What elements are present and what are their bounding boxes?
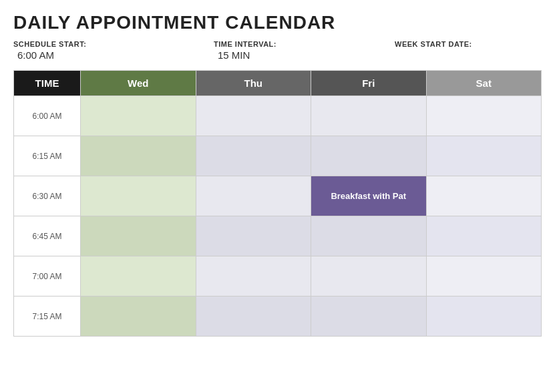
slot-fri[interactable] — [311, 136, 427, 176]
table-row: 6:00 AM — [14, 96, 542, 136]
time-interval-block: TIME INTERVAL: 15 MIN — [214, 40, 361, 61]
table-row: 6:30 AMBreakfast with Pat — [14, 176, 542, 216]
schedule-start-label: SCHEDULE START: — [13, 40, 160, 48]
slot-sat[interactable] — [426, 96, 542, 136]
slot-thu[interactable] — [196, 256, 311, 297]
table-row: 7:00 AM — [14, 256, 542, 297]
slot-thu[interactable] — [196, 297, 311, 337]
meta-row: SCHEDULE START: 6:00 AM TIME INTERVAL: 1… — [13, 40, 542, 61]
slot-sat[interactable] — [426, 176, 542, 216]
table-row: 6:45 AM — [14, 216, 542, 256]
slot-wed[interactable] — [81, 216, 196, 256]
slot-wed[interactable] — [81, 136, 196, 176]
time-cell: 6:15 AM — [14, 136, 81, 176]
header-row: TIME Wed Thu Fri Sat — [14, 71, 542, 96]
schedule-start-value: 6:00 AM — [13, 49, 160, 61]
slot-wed[interactable] — [81, 297, 196, 337]
time-cell: 7:15 AM — [14, 297, 81, 337]
slot-thu[interactable] — [196, 136, 311, 176]
col-header-fri: Fri — [311, 71, 427, 96]
appointment-breakfast-with-pat[interactable]: Breakfast with Pat — [311, 176, 427, 216]
week-start-date-block: WEEK START DATE: — [395, 40, 542, 49]
time-cell: 6:30 AM — [14, 176, 81, 216]
slot-wed[interactable] — [81, 256, 196, 297]
time-interval-value: 15 MIN — [214, 49, 361, 61]
week-start-date-label: WEEK START DATE: — [395, 40, 542, 48]
time-cell: 6:00 AM — [14, 96, 81, 136]
slot-fri[interactable] — [311, 256, 427, 297]
slot-thu[interactable] — [196, 216, 311, 256]
schedule-start-block: SCHEDULE START: 6:00 AM — [13, 40, 160, 61]
slot-fri[interactable] — [311, 216, 427, 256]
slot-sat[interactable] — [426, 297, 542, 337]
time-cell: 7:00 AM — [14, 256, 81, 297]
slot-fri[interactable] — [311, 297, 427, 337]
col-header-sat: Sat — [426, 71, 542, 96]
table-row: 6:15 AM — [14, 136, 542, 176]
slot-wed[interactable] — [81, 96, 196, 136]
slot-wed[interactable] — [81, 176, 196, 216]
slot-thu[interactable] — [196, 96, 311, 136]
calendar-table: TIME Wed Thu Fri Sat 6:00 AM6:15 AM6:30 … — [13, 70, 542, 337]
table-row: 7:15 AM — [14, 297, 542, 337]
slot-sat[interactable] — [426, 136, 542, 176]
slot-sat[interactable] — [426, 256, 542, 297]
col-header-time: TIME — [14, 71, 81, 96]
time-interval-label: TIME INTERVAL: — [214, 40, 361, 48]
slot-thu[interactable] — [196, 176, 311, 216]
slot-fri[interactable] — [311, 96, 427, 136]
slot-sat[interactable] — [426, 216, 542, 256]
time-cell: 6:45 AM — [14, 216, 81, 256]
col-header-wed: Wed — [81, 71, 196, 96]
col-header-thu: Thu — [196, 71, 311, 96]
page-title: DAILY APPOINTMENT CALENDAR — [13, 12, 542, 33]
